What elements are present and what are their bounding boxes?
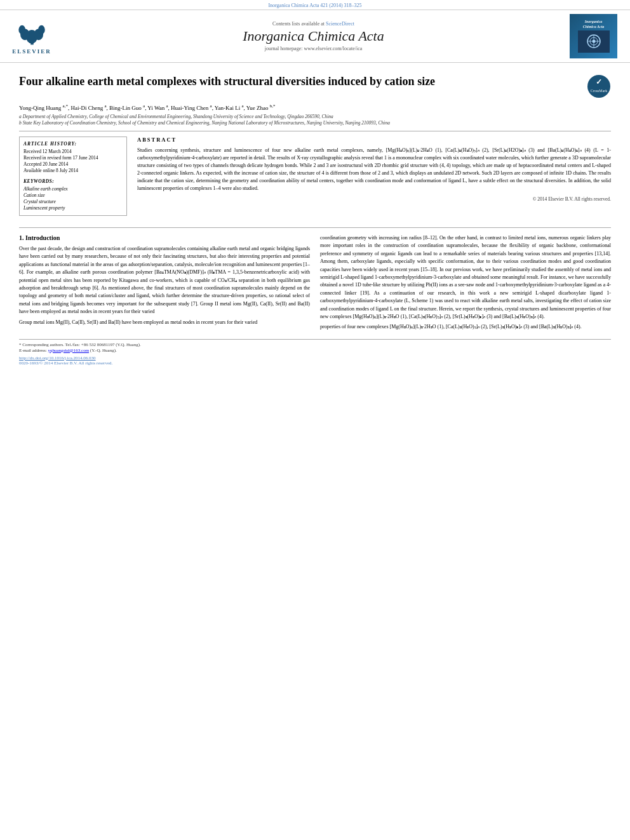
elsevier-tree-icon <box>15 18 50 47</box>
journal-citation: Inorganica Chimica Acta 421 (2014) 318–3… <box>0 0 630 10</box>
svg-point-5 <box>37 25 44 34</box>
section1-right-text: coordination geometry with increasing io… <box>320 234 611 331</box>
body-right-column: coordination geometry with increasing io… <box>320 234 611 334</box>
crossmark-icon[interactable]: ✓ CrossMark <box>587 74 611 98</box>
article-title: Four alkaline earth metal complexes with… <box>19 74 580 89</box>
revised-date: Received in revised form 17 June 2014 <box>23 155 123 161</box>
keyword-3: Crystal structure <box>23 199 123 204</box>
journal-logo-right: Inorganica Chimica Acta <box>570 14 617 58</box>
article-info-box: Article history: Received 12 March 2014 … <box>19 137 127 216</box>
svg-text:CrossMark: CrossMark <box>591 89 608 93</box>
group-metal-text: Group metal ions Mg(II), Ca(II), Sr(II) … <box>19 319 310 326</box>
science-direct-line: Contents lists available at ScienceDirec… <box>64 21 563 27</box>
keyword-4: Luminescent property <box>23 205 123 211</box>
science-direct-link[interactable]: ScienceDirect <box>326 21 354 27</box>
keywords-label: Keywords: <box>23 178 123 184</box>
journal-title: Inorganica Chimica Acta <box>64 28 563 44</box>
footnote-area: * Corresponding authors. Tel./fax: +86 5… <box>19 339 611 353</box>
journal-citation-text: Inorganica Chimica Acta 421 (2014) 318–3… <box>268 3 361 8</box>
abstract-section: ABSTRACT Studies concerning synthesis, s… <box>137 137 611 202</box>
journal-homepage: journal homepage: www.elsevier.com/locat… <box>64 46 563 51</box>
affiliation-a: a Department of Applied Chemistry, Colle… <box>19 114 611 119</box>
doi-link[interactable]: http://dx.doi.org/10.1016/j.ica.2014.06.… <box>19 356 96 361</box>
body-section: 1. Introduction Over the past decade, th… <box>19 234 611 334</box>
journal-header: ELSEVIER Contents lists available at Sci… <box>0 10 630 63</box>
article-history-label: Article history: <box>23 141 123 147</box>
body-left-column: 1. Introduction Over the past decade, th… <box>19 234 310 334</box>
article-body-top: Article history: Received 12 March 2014 … <box>19 131 611 221</box>
article-dates: Received 12 March 2014 Received in revis… <box>23 149 123 173</box>
accepted-date: Accepted 20 June 2014 <box>23 161 123 167</box>
received-date: Received 12 March 2014 <box>23 149 123 154</box>
section1-title: 1. Introduction <box>19 234 310 241</box>
keyword-2: Cation size <box>23 192 123 198</box>
email-link[interactable]: yqhuangskd@163.com <box>48 348 90 353</box>
abstract-body: Studies concerning synthesis, structure … <box>137 147 611 192</box>
authors-line: Yong-Qing Huang a,*, Hai-Di Cheng a, Bin… <box>19 103 611 111</box>
copyright-line: © 2014 Elsevier B.V. All rights reserved… <box>137 196 611 202</box>
four-text: four <box>347 324 356 330</box>
journal-center: Contents lists available at ScienceDirec… <box>57 21 570 51</box>
svg-text:✓: ✓ <box>596 77 602 86</box>
keywords-box: Keywords: Alkaline earth complex Cation … <box>23 178 123 211</box>
footnote-corresponding: * Corresponding authors. Tel./fax: +86 5… <box>19 342 611 347</box>
elsevier-text: ELSEVIER <box>12 48 51 55</box>
footnote-email: E-mail address: yqhuangskd@163.com (Y.-Q… <box>19 348 611 353</box>
svg-point-4 <box>18 25 25 34</box>
right-column: ABSTRACT Studies concerning synthesis, s… <box>137 137 611 221</box>
ica-logo-art <box>578 30 610 53</box>
abstract-label: ABSTRACT <box>137 137 611 143</box>
affiliation-b: b State Key Laboratory of Coordination C… <box>19 120 611 126</box>
issn-line: 0020-1693/© 2014 Elsevier B.V. All right… <box>19 361 112 366</box>
section-divider <box>19 227 611 228</box>
affiliations: a Department of Applied Chemistry, Colle… <box>19 114 611 126</box>
abstract-text: Studies concerning synthesis, structure … <box>137 147 611 192</box>
section1-left-text: Over the past decade, the design and con… <box>19 245 310 326</box>
available-date: Available online 8 July 2014 <box>23 168 123 173</box>
elsevier-logo: ELSEVIER <box>6 18 57 55</box>
content-area: Four alkaline earth metal complexes with… <box>0 63 630 372</box>
keyword-1: Alkaline earth complex <box>23 186 123 192</box>
article-title-section: Four alkaline earth metal complexes with… <box>19 69 611 98</box>
bottom-footer: http://dx.doi.org/10.1016/j.ica.2014.06.… <box>19 356 611 366</box>
left-column: Article history: Received 12 March 2014 … <box>19 137 127 221</box>
